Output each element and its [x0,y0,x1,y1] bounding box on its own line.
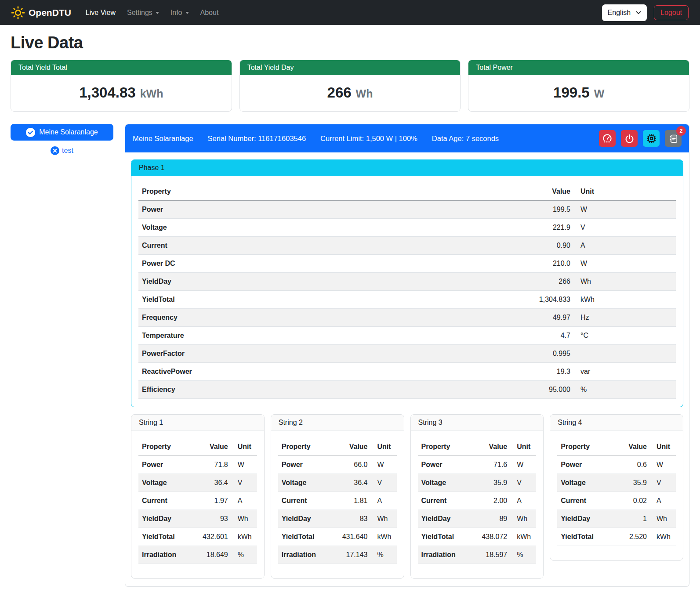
table-cell: YieldDay [138,510,189,528]
summary-row: Total Yield Total 1,304.83kWh Total Yiel… [11,60,689,112]
table-cell: A [574,237,676,255]
sun-icon [11,6,25,19]
string-card-title: String 4 [550,415,683,431]
brand-label: OpenDTU [29,7,71,18]
string-4-card: String 4 PropertyValueUnitPower0.6WVolta… [550,414,683,561]
table-cell: A [650,492,676,510]
power-button[interactable] [621,130,638,147]
table-cell: 2.00 [468,492,511,510]
table-cell: Irradiation [138,546,189,564]
card-body: 1,304.83kWh [11,75,232,111]
language-select[interactable]: English [602,4,647,21]
table-cell: Temperature [138,327,399,345]
table-cell: Current [138,237,399,255]
table-header-row: PropertyValueUnit [138,183,676,201]
table-cell: var [574,363,676,381]
string-card-body: PropertyValueUnitPower0.6WVoltage35.9VCu… [550,431,683,560]
table-cell: 36.4 [189,474,232,492]
card-title: Total Power [468,60,689,75]
table-cell: Voltage [138,474,189,492]
inverter-data-age: Data Age: 7 seconds [432,134,499,143]
total-power-unit: W [594,87,605,100]
table-cell: % [371,546,397,564]
string-4-table: PropertyValueUnitPower0.6WVoltage35.9VCu… [557,438,676,546]
column-header: Property [418,438,469,456]
device-info-button[interactable] [643,130,660,147]
nav-menu: Live View Settings Info About [80,5,225,20]
caret-down-icon [156,12,159,14]
column-header: Property [138,183,399,201]
column-header: Value [399,183,574,201]
brand-link[interactable]: OpenDTU [11,6,71,19]
phase-panel-body: PropertyValueUnitPower199.5WVoltage221.9… [131,176,683,407]
table-row: YieldDay266Wh [138,273,676,291]
table-cell: W [371,456,397,474]
inverter-selected-button[interactable]: Meine Solaranlage [11,124,113,141]
table-cell: Power [138,201,399,219]
table-cell: Wh [650,510,676,528]
table-header-row: PropertyValueUnit [557,438,676,456]
table-cell: Efficiency [138,381,399,399]
table-row: YieldTotal1,304.833kWh [138,291,676,309]
column-header: Property [557,438,608,456]
table-cell: Current [557,492,608,510]
table-row: Current0.02A [557,492,676,510]
table-cell: 36.4 [329,474,371,492]
string-card-body: PropertyValueUnitPower71.6WVoltage35.9VC… [411,431,544,578]
caret-down-icon [185,12,189,14]
table-cell: Current [138,492,189,510]
event-count-badge: 2 [676,126,686,136]
limit-settings-button[interactable] [599,130,616,147]
language-select-value: English [608,9,631,17]
table-row: YieldDay93Wh [138,510,257,528]
table-cell: 1.97 [189,492,232,510]
table-cell: YieldDay [138,273,399,291]
speedometer-icon [602,134,612,143]
total-yield-day-card: Total Yield Day 266Wh [239,60,461,112]
x-circle-icon [51,146,59,155]
table-cell: V [650,474,676,492]
table-row: ReactivePower19.3var [138,363,676,381]
inverter-limit: Current Limit: 1,500 W | 100% [320,134,417,143]
nav-info[interactable]: Info [165,5,195,20]
table-row: Current0.90A [138,237,676,255]
table-cell: YieldTotal [557,528,608,546]
table-row: Voltage35.9V [418,474,537,492]
table-row: Current2.00A [418,492,537,510]
table-cell: 1 [608,510,650,528]
nav-live-view[interactable]: Live View [80,5,121,20]
table-cell: Power [278,456,329,474]
table-cell: 431.640 [329,528,371,546]
inverter-tab-test[interactable]: test [11,146,113,155]
table-cell: 71.6 [468,456,511,474]
table-cell: 4.7 [399,327,574,345]
phase-table: PropertyValueUnitPower199.5WVoltage221.9… [138,183,676,399]
cpu-icon [646,134,656,144]
table-cell: YieldDay [557,510,608,528]
logout-button[interactable]: Logout [654,5,689,20]
string-3-card: String 3 PropertyValueUnitPower71.6WVolt… [410,414,544,579]
column-header: Unit [574,183,676,201]
nav-settings[interactable]: Settings [121,5,165,20]
string-card-title: String 2 [271,415,404,431]
string-1-table: PropertyValueUnitPower71.8WVoltage36.4VC… [138,438,257,564]
nav-about[interactable]: About [195,5,225,20]
string-card-body: PropertyValueUnitPower66.0WVoltage36.4VC… [271,431,404,578]
column-header: Value [468,438,511,456]
table-cell: Voltage [418,474,469,492]
total-yield-total-card: Total Yield Total 1,304.83kWh [11,60,232,112]
table-row: Power71.6W [418,456,537,474]
table-cell: 221.9 [399,219,574,237]
table-cell: V [574,219,676,237]
table-cell: Irradiation [278,546,329,564]
table-cell: 95.000 [399,381,574,399]
table-cell: YieldTotal [278,528,329,546]
event-log-button[interactable]: 2 [665,130,682,147]
table-header-row: PropertyValueUnit [278,438,397,456]
table-cell: Hz [574,309,676,327]
column-header: Unit [650,438,676,456]
table-row: YieldDay89Wh [418,510,537,528]
table-row: Power66.0W [278,456,397,474]
table-cell: V [232,474,257,492]
power-icon [625,134,634,143]
